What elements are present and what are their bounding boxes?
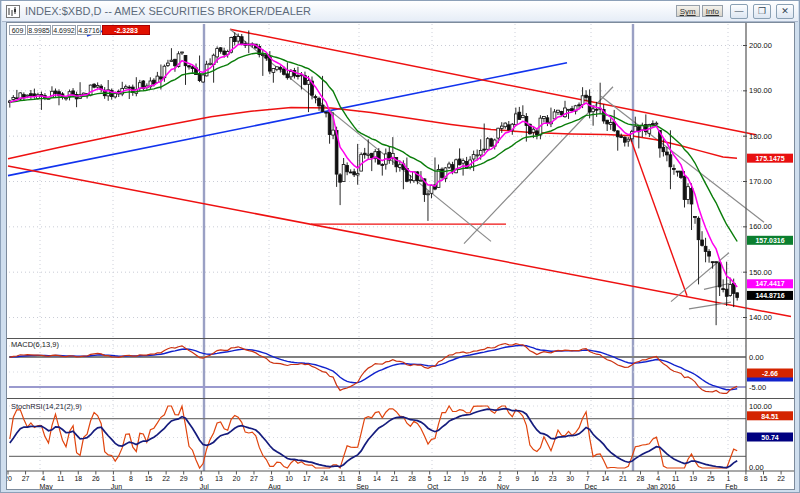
date-axis-label: 29 (180, 475, 188, 482)
ma200-line (8, 108, 737, 159)
date-axis-label: 31 (338, 475, 346, 482)
date-axis-label: 25 (707, 475, 715, 482)
date-axis-label: 13 (215, 475, 223, 482)
date-axis-label: 1 (726, 475, 730, 482)
price-axis-label: 190.00 (749, 86, 772, 95)
date-axis-label: 11 (672, 475, 679, 482)
month-axis-label: Jan 2016 (647, 483, 676, 490)
window-title: INDEX:$XBD,D -- AMEX SECURITIES BROKER/D… (25, 5, 311, 17)
month-axis-label: Oct (427, 483, 438, 490)
date-axis-label: 4 (656, 475, 660, 482)
trendline (8, 166, 791, 317)
month-axis-label: Jun (111, 483, 122, 490)
month-axis-label: Dec (585, 483, 598, 490)
date-axis-label: 2 (498, 475, 502, 482)
price-axis-label: 160.00 (749, 222, 772, 231)
date-axis-label: 27 (22, 475, 30, 482)
date-axis-label: 9 (516, 475, 520, 482)
price-axis-label: 150.00 (749, 268, 772, 277)
stochrsi-signal-line (10, 409, 737, 468)
price-axis-label: 170.00 (749, 177, 772, 186)
month-axis-label: May (40, 483, 54, 490)
quote-value-box: 4.6992 (52, 25, 76, 35)
date-axis-label: 14 (601, 475, 609, 482)
month-axis-label: Aug (268, 483, 281, 490)
date-axis-label: 26 (478, 475, 486, 482)
moving-averages (10, 44, 737, 287)
quote-strip: 6098.99854.69924.8716-2.3283 (9, 25, 150, 35)
date-axis-label: 3 (270, 475, 274, 482)
month-axis-label: Sep (356, 483, 369, 490)
restore-button[interactable]: ❐ (753, 4, 771, 19)
quote-value-box: 609 (9, 25, 26, 35)
svg-text:0.00: 0.00 (749, 353, 764, 362)
title-bar: INDEX:$XBD,D -- AMEX SECURITIES BROKER/D… (2, 1, 798, 22)
date-axis-label: 4 (41, 475, 45, 482)
macd-label: MACD(6,13,9) (11, 340, 59, 349)
svg-text:0.00: 0.00 (749, 463, 764, 472)
chart-area[interactable]: MACD(6,13,9)StochRSI(14,21(2),9)200.0019… (6, 22, 795, 490)
month-axis-label: Jul (200, 483, 209, 490)
date-axis-label: 19 (461, 475, 469, 482)
minimize-button[interactable]: — (730, 4, 748, 19)
date-axis-label: 17 (303, 475, 311, 482)
stochrsi-label: StochRSI(14,21(2),9) (11, 402, 82, 411)
svg-text:-2.66: -2.66 (762, 370, 778, 377)
month-axis-label: Nov (497, 483, 510, 490)
date-axis-label: 21 (619, 475, 627, 482)
month-axis-label: Feb (725, 483, 737, 490)
date-axis-label: 19 (689, 475, 697, 482)
date-axis-label: 16 (531, 475, 539, 482)
date-axis-label: 15 (145, 475, 153, 482)
quote-value-box: 4.8716 (77, 25, 101, 35)
svg-text:-5.00: -5.00 (749, 383, 766, 392)
date-axis-label: 22 (777, 475, 785, 482)
trendline (601, 96, 764, 222)
candlesticks (8, 31, 738, 326)
date-axis-label: 8 (129, 475, 133, 482)
price-axis-label: 180.00 (749, 132, 772, 141)
date-axis-label: 20 (233, 475, 241, 482)
chart-app-icon (6, 5, 20, 18)
svg-text:50.74: 50.74 (761, 434, 779, 441)
date-axis-label: 28 (637, 475, 645, 482)
date-axis-label: 7 (586, 475, 590, 482)
price-axis-label: 140.00 (749, 313, 772, 322)
date-axis-label: 1 (111, 475, 115, 482)
close-button[interactable]: ✕ (776, 4, 794, 19)
svg-text:144.8716: 144.8716 (755, 292, 784, 299)
date-axis-label: 20 (7, 475, 12, 482)
date-axis-label: 6 (199, 475, 203, 482)
date-axis-label: 23 (549, 475, 557, 482)
date-axis-label: 18 (74, 475, 82, 482)
price-chart-svg: MACD(6,13,9)StochRSI(14,21(2),9)200.0019… (7, 23, 794, 489)
date-axis-label: 8 (357, 475, 361, 482)
date-axis-label: 10 (285, 475, 293, 482)
svg-text:147.4417: 147.4417 (755, 280, 784, 287)
date-axis-label: 27 (250, 475, 258, 482)
date-axis-label: 5 (428, 475, 432, 482)
svg-text:84.51: 84.51 (761, 413, 779, 420)
trendline (689, 302, 731, 309)
date-axis-label: 22 (162, 475, 170, 482)
svg-text:175.1475: 175.1475 (755, 155, 784, 162)
macd-line (10, 344, 737, 394)
date-axis-label: 8 (744, 475, 748, 482)
date-axis-label: 30 (566, 475, 574, 482)
date-axis-label: 21 (391, 475, 399, 482)
price-axis-label: 200.00 (749, 41, 772, 50)
date-axis-label: 24 (320, 475, 328, 482)
quote-change-box: -2.3283 (102, 25, 150, 35)
ema-fast-line (10, 44, 737, 287)
date-axis-label: 26 (92, 475, 100, 482)
indicator-panels: MACD(6,13,9)StochRSI(14,21(2),9) (9, 340, 746, 469)
date-axis-label: 28 (408, 475, 416, 482)
sym-button[interactable]: Sym (676, 5, 700, 17)
date-axis-label: 11 (57, 475, 64, 482)
date-axis-label: 15 (760, 475, 768, 482)
date-axis-label: 14 (373, 475, 381, 482)
svg-text:157.0316: 157.0316 (755, 237, 784, 244)
date-axis-label: 12 (443, 475, 451, 482)
info-button[interactable]: Info (702, 5, 723, 17)
ema-slow-line (10, 53, 737, 241)
